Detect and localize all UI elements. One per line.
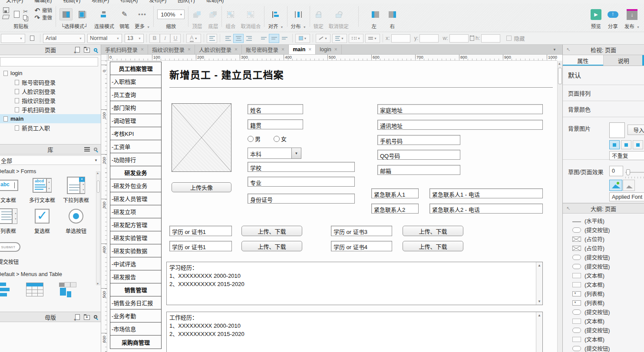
align-right-text-button[interactable] xyxy=(244,34,254,43)
home-address-field[interactable]: 家庭地址 xyxy=(377,104,543,114)
wireframe-menu-item[interactable]: -工资单 xyxy=(110,140,161,153)
close-icon[interactable]: × xyxy=(308,46,311,53)
publish-dropdown[interactable]: 发布 ▼ xyxy=(624,3,640,30)
page-align-section[interactable]: 页面排列 xyxy=(563,85,644,101)
document-tab[interactable]: 账号密码登录 × xyxy=(242,45,289,54)
slider-thumb[interactable] xyxy=(626,169,630,175)
wireframe-menu-item[interactable]: -研发外包业务 xyxy=(110,179,161,192)
cert1-field[interactable]: 学历 or 证书1 xyxy=(169,226,232,236)
chevron-down-icon[interactable]: ▼ xyxy=(291,148,301,158)
wireframe-menu-item[interactable]: 采购商管理 xyxy=(110,336,161,349)
tab-properties[interactable]: 属性 xyxy=(563,55,604,66)
wireframe-menu-item[interactable]: -研发配方管理 xyxy=(110,218,161,231)
wireframe-menu-item[interactable]: -业务考勤 xyxy=(110,309,161,322)
outline-item[interactable]: (提交按钮) xyxy=(563,225,644,234)
library-widget[interactable]: 文本框 xyxy=(0,175,25,204)
wireframe-menu-item[interactable]: -中试评选 xyxy=(110,257,161,270)
wireframe-menu-item[interactable]: -研发人员管理 xyxy=(110,192,161,205)
page-tree-item[interactable]: main xyxy=(0,114,101,123)
bg-align-left-button[interactable] xyxy=(609,140,620,149)
work-history-textarea[interactable]: 工作经历： 1、XXXXXXXXX 2000-2010 2、XXXXXXXXXX… xyxy=(166,312,543,352)
cert2-field[interactable]: 学历 or 证书1 xyxy=(169,241,232,251)
align-right-button[interactable]: 右 xyxy=(389,3,396,30)
valign-bottom-button[interactable] xyxy=(279,34,290,43)
select-mode-intersect-button[interactable] xyxy=(59,8,73,20)
cert2-upload-download-button[interactable]: 上传、下载 xyxy=(241,241,302,251)
font-color-dropdown[interactable]: A▼ xyxy=(186,34,201,43)
cert3-upload-download-button[interactable]: 上传、下载 xyxy=(403,226,463,236)
undo-button[interactable]: ↶撤销 xyxy=(35,7,53,13)
outline-item[interactable]: (列表框) xyxy=(563,289,644,298)
align-center-text-button[interactable] xyxy=(233,34,244,43)
ungroup-button[interactable]: 取消组合 xyxy=(241,3,261,30)
wireframe-avatar-placeholder[interactable] xyxy=(172,103,231,172)
add-master-folder-icon[interactable] xyxy=(84,315,90,320)
close-icon[interactable]: × xyxy=(334,46,337,53)
table-widget-icon[interactable] xyxy=(26,283,43,296)
scrollbar-thumb[interactable] xyxy=(558,68,562,84)
bg-align-right-button[interactable] xyxy=(633,140,643,149)
open-icon[interactable] xyxy=(2,15,10,19)
outline-item[interactable]: (提交按钮) xyxy=(563,262,644,271)
collapse-panel-icon[interactable]: ↖ xyxy=(563,47,570,53)
wireframe-menu-item[interactable]: -员工查询 xyxy=(110,88,161,101)
female-radio[interactable]: 女 xyxy=(274,135,287,143)
menu-item[interactable]: 发布(P) xyxy=(149,0,166,3)
bg-color-section[interactable]: 背景颜色 xyxy=(563,101,644,117)
close-icon[interactable]: × xyxy=(188,46,191,53)
menu-item[interactable]: 项目(P) xyxy=(92,0,109,3)
menu-item[interactable]: 视图(V) xyxy=(63,0,80,3)
menu-icon[interactable] xyxy=(84,147,90,151)
library-widget[interactable]: 下拉列表框 xyxy=(59,175,93,204)
arrow-style-dropdown[interactable]: ▼ xyxy=(365,34,380,43)
fill-color-dropdown[interactable]: ▼ xyxy=(295,34,310,43)
library-widget[interactable]: 多行文本框 xyxy=(25,175,59,204)
line-color-dropdown[interactable]: ▼ xyxy=(316,34,330,43)
library-scrollbar[interactable] xyxy=(96,171,100,285)
x-input[interactable] xyxy=(391,34,410,43)
school-field[interactable]: 学校 xyxy=(248,162,355,172)
menu-item[interactable]: 帮助(H) xyxy=(206,0,224,3)
bg-align-center-button[interactable] xyxy=(621,140,631,149)
library-widget[interactable]: 单选按钮 xyxy=(59,206,93,234)
mobile-field[interactable]: 手机号码 xyxy=(377,135,460,145)
birthplace-field[interactable]: 籍贯 xyxy=(248,119,303,129)
menu-item[interactable]: 编辑(E) xyxy=(34,0,52,3)
select-mode-contain-button[interactable] xyxy=(76,8,89,20)
align-dropdown[interactable]: 对齐 ▼ xyxy=(268,3,283,30)
copy-icon[interactable] xyxy=(23,15,27,20)
gray-image-mode-button[interactable] xyxy=(623,180,635,191)
email-field[interactable]: 邮箱 xyxy=(377,165,460,175)
w-input[interactable] xyxy=(449,34,469,43)
major-field[interactable]: 专业 xyxy=(248,177,355,187)
upload-avatar-button[interactable]: 上传头像 xyxy=(172,182,231,192)
outline-item[interactable]: (提交按钮) xyxy=(563,344,644,352)
wireframe-menu-item[interactable]: -调动管理 xyxy=(110,114,161,127)
education-droplist[interactable]: 本科 ▼ xyxy=(248,148,301,159)
cert1-upload-download-button[interactable]: 上传、下载 xyxy=(241,226,302,236)
page-tree-item[interactable]: 账号密码登录 xyxy=(0,78,101,87)
style-select[interactable]: ▼ xyxy=(1,34,25,43)
wireframe-menu-item[interactable]: -销售业务日汇报 xyxy=(110,296,161,309)
sketch-value-input[interactable]: 0 xyxy=(609,166,623,176)
id-number-field[interactable]: 身份证号 xyxy=(248,194,355,204)
color-image-mode-button[interactable] xyxy=(609,180,622,191)
hide-checkbox[interactable] xyxy=(506,36,512,41)
library-widget[interactable]: 列表框 xyxy=(0,206,25,234)
contact1-phone-field[interactable]: 紧急联系人1 - 电话 xyxy=(429,188,543,198)
page-tree-item[interactable]: 人脸识别登录 xyxy=(0,87,101,96)
outline-item[interactable]: (文本框) xyxy=(563,280,644,289)
zoom-select[interactable]: 100%▼ xyxy=(157,10,185,19)
outline-item[interactable]: (水平线) xyxy=(563,216,644,225)
bold-button[interactable]: B xyxy=(149,34,160,43)
page-tree-item[interactable]: 新员工入职 xyxy=(0,123,101,132)
font-family-select[interactable]: Arial▼ xyxy=(43,34,85,43)
outline-item[interactable]: (占位符) xyxy=(563,234,644,243)
mail-address-field[interactable]: 通讯地址 xyxy=(377,120,543,130)
wireframe-menu-item[interactable]: -研发报告 xyxy=(110,270,161,283)
wireframe-menu-item[interactable]: 员工档案管理 xyxy=(110,62,161,75)
save-icon[interactable] xyxy=(3,7,9,13)
share-button[interactable]: 分享 xyxy=(608,3,618,30)
outline-item[interactable]: (文本框) xyxy=(563,335,644,344)
design-canvas[interactable]: 员工档案管理 -入职档案 -员工查询 -部门架构 -调动 xyxy=(107,61,557,352)
